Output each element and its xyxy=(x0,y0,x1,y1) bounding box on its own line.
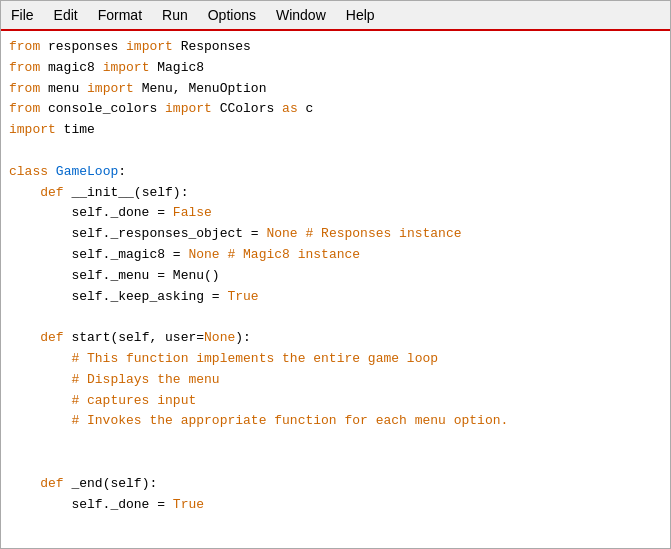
code-line-2: from magic8 import Magic8 xyxy=(9,58,662,79)
menu-options[interactable]: Options xyxy=(204,5,260,25)
code-line-22: def _end(self): xyxy=(9,474,662,495)
code-line-4: from console_colors import CColors as c xyxy=(9,99,662,120)
code-line-16: # This function implements the entire ga… xyxy=(9,349,662,370)
code-line-19: # Invokes the appropriate function for e… xyxy=(9,411,662,432)
menu-bar: File Edit Format Run Options Window Help xyxy=(1,1,670,31)
code-line-14 xyxy=(9,307,662,328)
app-window: File Edit Format Run Options Window Help… xyxy=(0,0,671,549)
code-line-6 xyxy=(9,141,662,162)
code-line-12: self._menu = Menu() xyxy=(9,266,662,287)
code-line-7: class GameLoop: xyxy=(9,162,662,183)
menu-edit[interactable]: Edit xyxy=(50,5,82,25)
code-line-15: def start(self, user=None): xyxy=(9,328,662,349)
code-line-3: from menu import Menu, MenuOption xyxy=(9,79,662,100)
code-line-13: self._keep_asking = True xyxy=(9,287,662,308)
menu-help[interactable]: Help xyxy=(342,5,379,25)
menu-file[interactable]: File xyxy=(7,5,38,25)
menu-format[interactable]: Format xyxy=(94,5,146,25)
code-line-18: # captures input xyxy=(9,391,662,412)
code-line-10: self._responses_object = None # Response… xyxy=(9,224,662,245)
menu-window[interactable]: Window xyxy=(272,5,330,25)
code-line-9: self._done = False xyxy=(9,203,662,224)
code-line-8: def __init__(self): xyxy=(9,183,662,204)
code-line-1: from responses import Responses xyxy=(9,37,662,58)
code-line-17: # Displays the menu xyxy=(9,370,662,391)
code-line-23: self._done = True xyxy=(9,495,662,516)
code-line-5: import time xyxy=(9,120,662,141)
code-line-20 xyxy=(9,432,662,453)
menu-run[interactable]: Run xyxy=(158,5,192,25)
code-line-11: self._magic8 = None # Magic8 instance xyxy=(9,245,662,266)
code-line-21 xyxy=(9,453,662,474)
code-editor[interactable]: from responses import Responses from mag… xyxy=(1,31,670,548)
